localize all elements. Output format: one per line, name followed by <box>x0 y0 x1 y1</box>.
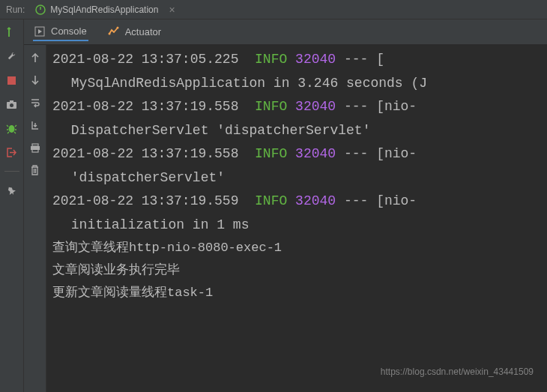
svg-point-5 <box>9 125 15 133</box>
stop-icon[interactable] <box>5 73 19 87</box>
tabs-bar: Console Actuator <box>24 19 547 45</box>
separator <box>4 171 19 172</box>
svg-point-8 <box>116 27 118 29</box>
svg-rect-1 <box>7 76 16 85</box>
watermark: https://blog.csdn.net/weixin_43441509 <box>381 367 534 377</box>
left-toolbar <box>0 19 24 392</box>
exit-icon[interactable] <box>5 145 19 159</box>
scroll-end-icon[interactable] <box>28 118 42 132</box>
svg-point-4 <box>10 103 13 107</box>
svg-rect-9 <box>32 144 38 146</box>
play-icon <box>34 26 45 37</box>
bug-icon[interactable] <box>5 121 19 135</box>
arrow-up-icon[interactable] <box>28 51 42 64</box>
arrow-down-icon[interactable] <box>28 73 42 87</box>
actuator-icon <box>108 26 119 37</box>
wrench-icon[interactable] <box>5 49 19 63</box>
run-config-name: MySqlAndRedisApplication <box>50 4 158 15</box>
soft-wrap-icon[interactable] <box>28 96 42 109</box>
run-config-tab[interactable]: MySqlAndRedisApplication × <box>35 4 175 16</box>
rerun-icon[interactable] <box>5 25 19 39</box>
svg-point-7 <box>108 33 110 35</box>
spring-boot-icon <box>35 4 46 15</box>
pin-icon[interactable] <box>5 184 19 197</box>
console-output[interactable]: 2021-08-22 13:37:05.225 INFO 32040 --- [… <box>46 45 547 392</box>
console-toolbar <box>24 45 46 392</box>
trash-icon[interactable] <box>28 163 42 177</box>
tab-console[interactable]: Console <box>33 22 88 41</box>
tab-console-label: Console <box>51 25 87 37</box>
run-label: Run: <box>6 4 25 15</box>
print-icon[interactable] <box>28 141 42 154</box>
svg-rect-3 <box>10 100 13 103</box>
tab-actuator-label: Actuator <box>125 26 161 37</box>
camera-icon[interactable] <box>5 97 19 111</box>
tab-actuator[interactable]: Actuator <box>106 23 163 40</box>
close-icon[interactable]: × <box>169 4 175 16</box>
